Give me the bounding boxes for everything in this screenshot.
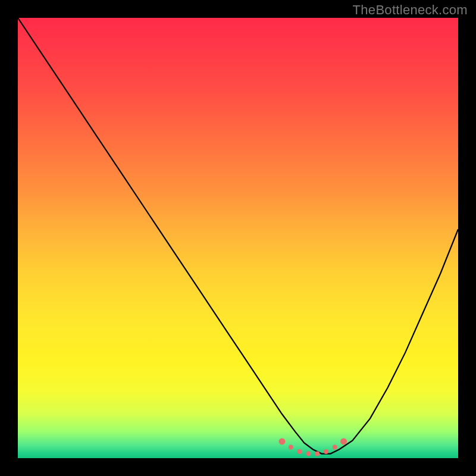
marker-dot [315, 452, 320, 456]
marker-dot [279, 438, 286, 444]
marker-dot [289, 445, 293, 450]
watermark-text: TheBottleneck.com [353, 2, 468, 18]
marker-dot [333, 445, 337, 450]
marker-dot [324, 449, 328, 454]
recommended-range-markers [279, 438, 347, 456]
marker-dot [340, 438, 347, 444]
curve-line [18, 18, 458, 454]
marker-dot [306, 452, 311, 456]
chart-frame: TheBottleneck.com [0, 0, 476, 476]
bottleneck-curve [18, 18, 458, 458]
marker-dot [298, 449, 302, 454]
plot-area [18, 18, 458, 458]
